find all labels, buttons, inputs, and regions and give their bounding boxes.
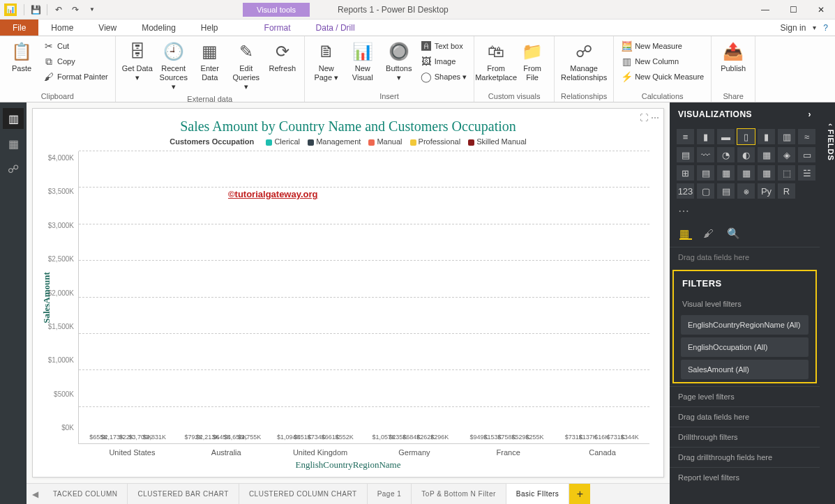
tab-format[interactable]: Format [252, 20, 303, 36]
tab-scroll-left[interactable]: ◀ [27, 484, 43, 504]
visualization-picker: ≡▮▬▯▮▥≈▤〰◔◐▦◈▭⊞▤▦▦▦⬚☱123▢▤⎈PyR [670, 126, 820, 201]
report-view-icon[interactable]: ▥ [3, 108, 24, 129]
filter-item[interactable]: SalesAmount (All) [681, 360, 808, 379]
fields-pane-collapsed[interactable]: ‹ FIELDS [820, 102, 835, 504]
group-label: Custom visuals [479, 91, 550, 102]
page-tab[interactable]: ToP & Bottom N Filter [412, 484, 506, 504]
new-column-button[interactable]: ▥New Column [618, 54, 707, 68]
vis-type-icon[interactable]: ▮ [758, 129, 775, 144]
new-page-button[interactable]: 🗎New Page ▾ [309, 39, 344, 84]
vis-type-icon[interactable]: ▦ [737, 165, 755, 181]
vis-type-icon[interactable]: ▢ [697, 183, 714, 199]
tab-view[interactable]: View [86, 20, 129, 36]
ribbon-tabs: File Home View Modeling Help Format Data… [0, 20, 835, 36]
file-tab[interactable]: File [0, 20, 38, 36]
vis-type-icon[interactable]: ⎈ [737, 183, 755, 199]
buttons-button[interactable]: 🔘Buttons ▾ [382, 39, 416, 84]
vis-type-icon[interactable]: Py [758, 183, 775, 199]
recent-sources-button[interactable]: 🕘Recent Sources ▾ [156, 39, 191, 93]
vis-type-icon[interactable]: 〰 [697, 147, 714, 162]
vis-type-icon[interactable]: ◔ [717, 147, 735, 162]
vis-type-icon[interactable]: ▥ [778, 129, 795, 144]
page-tab[interactable]: Page 1 [368, 484, 412, 504]
left-nav: ▥ ▦ ☍ [0, 102, 27, 504]
copy-button[interactable]: ⧉Copy [40, 54, 111, 68]
ribbon: 📋Paste ✂Cut ⧉Copy 🖌Format Painter Clipbo… [0, 36, 835, 102]
vis-type-icon[interactable]: 123 [677, 183, 694, 199]
from-file-button[interactable]: 📁From File [515, 39, 550, 84]
close-button[interactable]: ✕ [807, 0, 835, 20]
chevron-down-icon[interactable]: ▾ [813, 24, 816, 31]
text-box-button[interactable]: 🅰Text box [418, 39, 469, 53]
new-measure-button[interactable]: 🧮New Measure [618, 39, 707, 53]
from-marketplace-button[interactable]: 🛍From Marketplace [479, 39, 513, 84]
y-axis-label: SalesAmount [41, 272, 52, 323]
data-view-icon[interactable]: ▦ [3, 133, 24, 154]
minimize-button[interactable]: — [751, 0, 779, 20]
vis-type-icon[interactable]: ≡ [677, 129, 694, 144]
analytics-tab-icon[interactable]: 🔍 [727, 227, 739, 240]
tab-modeling[interactable]: Modeling [129, 20, 188, 36]
page-tab[interactable]: TACKED COLUMN [43, 484, 128, 504]
collapse-icon[interactable]: › [808, 109, 812, 119]
qat-more-icon[interactable]: ▼ [85, 3, 99, 17]
save-icon[interactable]: 💾 [29, 3, 43, 17]
vis-type-icon[interactable]: ▯ [737, 129, 755, 144]
vis-type-icon[interactable]: R [778, 183, 795, 199]
vis-type-icon[interactable]: ⬚ [778, 165, 795, 181]
get-data-button[interactable]: 🗄Get Data ▾ [120, 39, 155, 84]
edit-queries-button[interactable]: ✎Edit Queries ▾ [229, 39, 264, 93]
chart-plot: $655K$2,173K$22K$3,709K$2,831K$792K$2,21… [78, 151, 649, 444]
vis-type-icon[interactable]: ⊞ [677, 165, 694, 181]
vis-type-icon[interactable]: ▬ [717, 129, 735, 144]
vis-type-icon[interactable]: ◈ [778, 147, 795, 162]
report-canvas[interactable]: ⛶ ⋯ Sales Amount by Country Name and Cus… [32, 108, 664, 478]
vis-type-icon[interactable]: ▦ [758, 165, 775, 181]
tab-data-drill[interactable]: Data / Drill [303, 20, 368, 36]
vis-type-icon[interactable]: ☱ [798, 165, 815, 181]
vis-type-icon[interactable]: ▤ [717, 183, 735, 199]
maximize-button[interactable]: ☐ [779, 0, 807, 20]
vis-type-icon[interactable]: ▤ [677, 147, 694, 162]
image-button[interactable]: 🖼Image [418, 54, 469, 68]
fields-tab-icon[interactable]: ▦ [679, 227, 692, 240]
enter-data-button[interactable]: ▦Enter Data [193, 39, 227, 84]
new-visual-button[interactable]: 📊New Visual [345, 39, 380, 84]
page-tab[interactable]: Basic FIlters [506, 484, 570, 504]
undo-icon[interactable]: ↶ [52, 3, 66, 17]
format-tab-icon[interactable]: 🖌 [703, 227, 716, 240]
format-painter-button[interactable]: 🖌Format Painter [40, 70, 111, 84]
add-page-button[interactable]: + [569, 484, 590, 504]
vis-type-icon[interactable]: ▦ [717, 165, 735, 181]
vis-type-icon[interactable]: ▦ [758, 147, 775, 162]
model-view-icon[interactable]: ☍ [3, 158, 24, 179]
vis-type-icon[interactable]: ▭ [798, 147, 815, 162]
tab-home[interactable]: Home [38, 20, 86, 36]
vis-type-icon[interactable]: ≈ [798, 129, 815, 144]
manage-relationships-button[interactable]: ☍Manage Relationships [559, 39, 609, 84]
vis-type-icon[interactable]: ▮ [697, 129, 714, 144]
publish-button[interactable]: 📤Publish [716, 39, 751, 75]
title-bar: 📊 💾 ↶ ↷ ▼ Visual tools Reports 1 - Power… [0, 0, 835, 20]
filter-item[interactable]: EnglishCountryRegionName (All) [681, 315, 808, 335]
sign-in-link[interactable]: Sign in [781, 23, 806, 33]
tab-help[interactable]: Help [188, 20, 231, 36]
vis-type-icon[interactable]: ◐ [737, 147, 755, 162]
cut-button[interactable]: ✂Cut [40, 39, 111, 53]
shapes-button[interactable]: ◯Shapes ▾ [418, 70, 469, 84]
page-tabs: ◀ TACKED COLUMN CLUSTERED BAR CHART CLUS… [27, 483, 670, 504]
refresh-button[interactable]: ⟳Refresh [265, 39, 300, 75]
visualizations-pane: VISUALIZATIONS› ≡▮▬▯▮▥≈▤〰◔◐▦◈▭⊞▤▦▦▦⬚☱123… [670, 102, 820, 504]
more-visuals-icon[interactable]: ⋯ [670, 201, 820, 220]
page-tab[interactable]: CLUSTERED COLUMN CHART [239, 484, 368, 504]
redo-icon[interactable]: ↷ [68, 3, 82, 17]
new-quick-measure-button[interactable]: ⚡New Quick Measure [618, 70, 707, 84]
focus-mode-icon[interactable]: ⛶ [640, 113, 648, 123]
paste-button[interactable]: 📋Paste [4, 39, 39, 75]
help-icon[interactable]: ? [823, 23, 828, 33]
x-axis: United StatesAustraliaUnited KingdomGerm… [33, 444, 663, 457]
filter-item[interactable]: EnglishOccupation (All) [681, 337, 808, 357]
vis-type-icon[interactable]: ▤ [697, 165, 714, 181]
more-options-icon[interactable]: ⋯ [651, 113, 659, 123]
page-tab[interactable]: CLUSTERED BAR CHART [128, 484, 239, 504]
